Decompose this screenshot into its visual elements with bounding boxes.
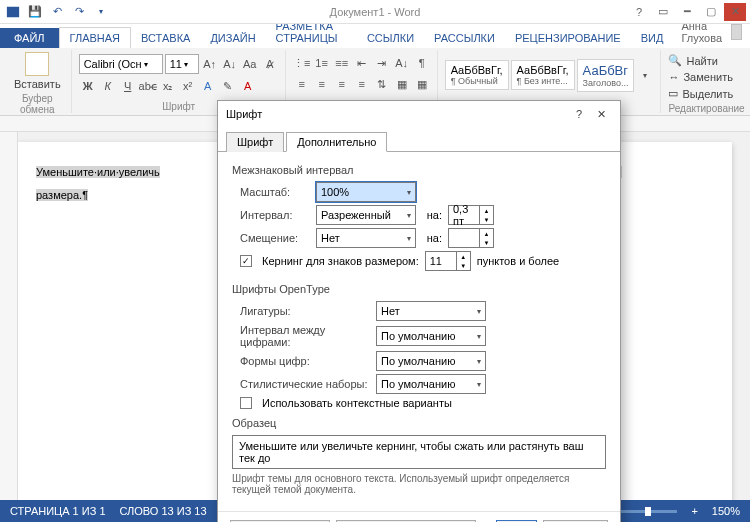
minimize-icon[interactable]: ━	[676, 3, 698, 21]
group-editing: 🔍Найти ↔Заменить ▭Выделить Редактировани…	[662, 50, 750, 113]
ligatures-select[interactable]: Нет▾	[376, 301, 486, 321]
styles-more-icon[interactable]: ▾	[636, 66, 654, 84]
align-center-icon[interactable]: ≡	[313, 75, 331, 93]
find-icon: 🔍	[668, 54, 682, 67]
tab-review[interactable]: РЕЦЕНЗИРОВАНИЕ	[505, 28, 631, 48]
qat-dropdown-icon[interactable]: ▾	[92, 3, 110, 21]
font-name-select[interactable]: Calibri (Осн▾	[79, 54, 163, 74]
word-count[interactable]: СЛОВО 13 ИЗ 13	[120, 505, 207, 517]
numbering-icon[interactable]: 1≡	[313, 54, 331, 72]
ribbon-tabs: ФАЙЛ ГЛАВНАЯ ВСТАВКА ДИЗАЙН РАЗМЕТКА СТР…	[0, 24, 750, 48]
dialog-help-icon[interactable]: ?	[568, 103, 590, 125]
page-count[interactable]: СТРАНИЦА 1 ИЗ 1	[10, 505, 106, 517]
outdent-icon[interactable]: ⇤	[353, 54, 371, 72]
stylistic-sets-select[interactable]: По умолчанию▾	[376, 374, 486, 394]
paste-icon	[25, 52, 49, 76]
dialog-tab-font[interactable]: Шрифт	[226, 132, 284, 152]
number-spacing-select[interactable]: По умолчанию▾	[376, 326, 486, 346]
shading-icon[interactable]: ▦	[393, 75, 411, 93]
strike-icon[interactable]: abc̶	[139, 77, 157, 95]
show-marks-icon[interactable]: ¶	[413, 54, 431, 72]
undo-icon[interactable]: ↶	[48, 3, 66, 21]
scale-select[interactable]: 100%▾	[316, 182, 416, 202]
multilevel-icon[interactable]: ≡≡	[333, 54, 351, 72]
quick-access-toolbar: 💾 ↶ ↷ ▾	[4, 3, 110, 21]
word-icon[interactable]	[4, 3, 22, 21]
grow-font-icon[interactable]: A↑	[201, 55, 219, 73]
dialog-tabs: Шрифт Дополнительно	[218, 127, 620, 152]
group-clipboard: Вставить Буфер обмена	[4, 50, 72, 113]
font-size-select[interactable]: 11▾	[165, 54, 199, 74]
underline-icon[interactable]: Ч	[119, 77, 137, 95]
clear-format-icon[interactable]: A̷	[261, 55, 279, 73]
window-title: Документ1 - Word	[330, 6, 421, 18]
kerning-checkbox[interactable]: ✓	[240, 255, 252, 267]
superscript-icon[interactable]: x²	[179, 77, 197, 95]
dialog-tab-advanced[interactable]: Дополнительно	[286, 132, 387, 152]
position-by-spinner[interactable]: ▲▼	[448, 228, 494, 248]
italic-icon[interactable]: К	[99, 77, 117, 95]
help-icon[interactable]: ?	[628, 3, 650, 21]
indent-icon[interactable]: ⇥	[373, 54, 391, 72]
spacing-by-spinner[interactable]: 0,3 пт▲▼	[448, 205, 494, 225]
section-char-spacing: Межзнаковый интервал	[232, 164, 606, 176]
style-nospace[interactable]: АаБбВвГг,¶ Без инте...	[511, 60, 575, 90]
style-normal[interactable]: АаБбВвГг,¶ Обычный	[445, 60, 509, 90]
font-dialog: Шрифт ? ✕ Шрифт Дополнительно Межзнаковы…	[217, 100, 621, 522]
align-left-icon[interactable]: ≡	[293, 75, 311, 93]
zoom-thumb[interactable]	[645, 507, 651, 516]
replace-button[interactable]: ↔Заменить	[668, 69, 744, 85]
title-bar: 💾 ↶ ↷ ▾ Документ1 - Word ? ▭ ━ ▢ ✕	[0, 0, 750, 24]
font-color-icon[interactable]: A	[239, 77, 257, 95]
tab-home[interactable]: ГЛАВНАЯ	[59, 27, 131, 48]
tab-mailings[interactable]: РАССЫЛКИ	[424, 28, 505, 48]
zoom-in-icon[interactable]: +	[691, 505, 697, 517]
text-effects-icon[interactable]: A	[199, 77, 217, 95]
bold-icon[interactable]: Ж	[79, 77, 97, 95]
style-heading1[interactable]: АаБбВгЗаголово...	[577, 59, 635, 92]
bullets-icon[interactable]: ⋮≡	[293, 54, 311, 72]
svg-rect-0	[7, 6, 19, 17]
avatar-icon	[731, 24, 742, 40]
zoom-level[interactable]: 150%	[712, 505, 740, 517]
maximize-icon[interactable]: ▢	[700, 3, 722, 21]
borders-icon[interactable]: ▦	[413, 75, 431, 93]
tab-view[interactable]: ВИД	[631, 28, 674, 48]
select-icon: ▭	[668, 87, 678, 100]
replace-icon: ↔	[668, 71, 679, 83]
line-spacing-icon[interactable]: ⇅	[373, 75, 391, 93]
tab-design[interactable]: ДИЗАЙН	[200, 28, 265, 48]
tab-insert[interactable]: ВСТАВКА	[131, 28, 200, 48]
section-preview: Образец	[232, 417, 606, 429]
vertical-ruler[interactable]	[0, 132, 18, 500]
paste-button[interactable]: Вставить	[10, 50, 65, 92]
ribbon-options-icon[interactable]: ▭	[652, 3, 674, 21]
find-button[interactable]: 🔍Найти	[668, 52, 744, 69]
dialog-titlebar[interactable]: Шрифт ? ✕	[218, 101, 620, 127]
spacing-select[interactable]: Разреженный▾	[316, 205, 416, 225]
number-forms-select[interactable]: По умолчанию▾	[376, 351, 486, 371]
position-select[interactable]: Нет▾	[316, 228, 416, 248]
change-case-icon[interactable]: Aa	[241, 55, 259, 73]
font-preview: Уменьшите или увеличьте кернинг, чтобы с…	[232, 435, 606, 469]
contextual-checkbox[interactable]	[240, 397, 252, 409]
kerning-size-spinner[interactable]: 11▲▼	[425, 251, 471, 271]
subscript-icon[interactable]: x₂	[159, 77, 177, 95]
align-right-icon[interactable]: ≡	[333, 75, 351, 93]
dialog-close-icon[interactable]: ✕	[590, 103, 612, 125]
justify-icon[interactable]: ≡	[353, 75, 371, 93]
font-hint: Шрифт темы для основного текста. Использ…	[232, 473, 606, 495]
save-icon[interactable]: 💾	[26, 3, 44, 21]
tab-file[interactable]: ФАЙЛ	[0, 28, 59, 48]
highlight-icon[interactable]: ✎	[219, 77, 237, 95]
section-opentype: Шрифты OpenType	[232, 283, 606, 295]
shrink-font-icon[interactable]: A↓	[221, 55, 239, 73]
redo-icon[interactable]: ↷	[70, 3, 88, 21]
tab-references[interactable]: ССЫЛКИ	[357, 28, 424, 48]
sort-icon[interactable]: A↓	[393, 54, 411, 72]
dialog-title: Шрифт	[226, 108, 262, 120]
close-icon[interactable]: ✕	[724, 3, 746, 21]
select-button[interactable]: ▭Выделить	[668, 85, 744, 102]
